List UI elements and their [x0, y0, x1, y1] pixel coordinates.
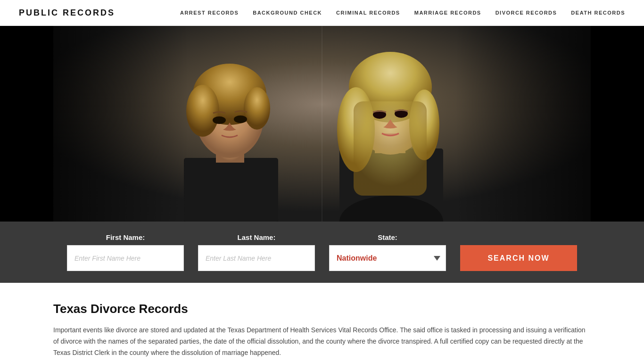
- svg-point-7: [186, 85, 219, 137]
- svg-point-8: [244, 87, 270, 130]
- svg-rect-3: [184, 158, 278, 222]
- state-field: State: NationwideAlabamaAlaskaArizonaArk…: [329, 233, 446, 271]
- last-name-input[interactable]: [198, 245, 315, 271]
- nav-background-check[interactable]: BACKGROUND CHECK: [253, 10, 322, 16]
- state-select-wrapper: NationwideAlabamaAlaskaArizonaArkansasCa…: [329, 245, 446, 271]
- search-button-field: SEARCH NOW: [460, 233, 577, 271]
- state-label: State:: [329, 233, 446, 241]
- content-section: Texas Divorce Records Important events l…: [0, 283, 644, 362]
- first-name-label: First Name:: [67, 233, 184, 241]
- nav-marriage-records[interactable]: MARRIAGE RECORDS: [414, 10, 481, 16]
- last-name-field: Last Name:: [198, 233, 315, 271]
- main-nav: ARREST RECORDS BACKGROUND CHECK CRIMINAL…: [180, 10, 625, 16]
- state-select[interactable]: NationwideAlabamaAlaskaArizonaArkansasCa…: [329, 245, 446, 271]
- first-name-input[interactable]: [67, 245, 184, 271]
- last-name-label: Last Name:: [198, 233, 315, 241]
- nav-divorce-records[interactable]: DIVORCE RECORDS: [495, 10, 557, 16]
- nav-criminal-records[interactable]: CRIMINAL RECORDS: [336, 10, 400, 16]
- hero-section: [0, 26, 644, 222]
- svg-point-9: [213, 116, 226, 124]
- nav-death-records[interactable]: DEATH RECORDS: [571, 10, 625, 16]
- hero-image: [0, 26, 644, 222]
- search-spacer-label: [460, 233, 577, 241]
- svg-rect-18: [354, 101, 427, 196]
- header: PUBLIC RECORDS ARREST RECORDS BACKGROUND…: [0, 0, 644, 26]
- search-now-button[interactable]: SEARCH NOW: [460, 245, 577, 271]
- search-section: First Name: Last Name: State: Nationwide…: [0, 222, 644, 283]
- first-name-field: First Name:: [67, 233, 184, 271]
- svg-rect-22: [0, 26, 189, 222]
- content-paragraph-1: Important events like divorce are stored…: [53, 325, 591, 358]
- content-title: Texas Divorce Records: [53, 302, 591, 316]
- nav-arrest-records[interactable]: ARREST RECORDS: [180, 10, 239, 16]
- svg-rect-23: [455, 26, 644, 222]
- site-logo: PUBLIC RECORDS: [19, 8, 115, 18]
- svg-point-10: [234, 115, 247, 123]
